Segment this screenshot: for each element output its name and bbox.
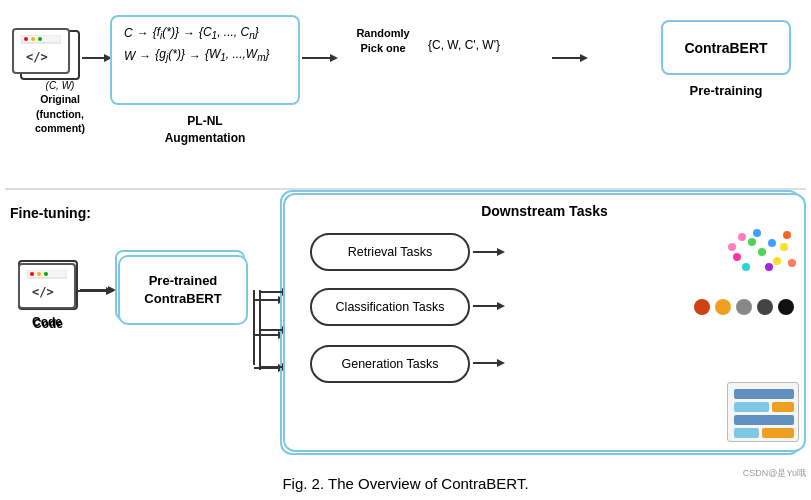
augment-row1: C → {fi(*)} → {C1, ..., Cn} xyxy=(124,25,286,41)
generation-label: Generation Tasks xyxy=(341,357,438,371)
svg-point-68 xyxy=(768,239,776,247)
svg-point-70 xyxy=(780,243,788,251)
svg-rect-84 xyxy=(762,428,794,438)
svg-point-40 xyxy=(24,37,28,41)
code-label-bottom: Code xyxy=(18,315,76,329)
augment-label: PL-NLAugmentation xyxy=(110,113,300,147)
dot-5 xyxy=(778,299,794,315)
arrow-gen xyxy=(473,355,511,371)
code-box-bottom-redraw: </> xyxy=(18,263,76,309)
svg-point-48 xyxy=(44,272,48,276)
svg-rect-79 xyxy=(734,389,794,399)
svg-point-72 xyxy=(765,263,773,271)
svg-point-65 xyxy=(748,238,756,246)
pretraining-label: Pre-training xyxy=(661,83,791,98)
arrow-set-to-contrabert xyxy=(552,50,590,66)
classification-colored-dots xyxy=(694,299,794,315)
svg-point-47 xyxy=(37,272,41,276)
dot-3 xyxy=(736,299,752,315)
figure-caption: Fig. 2. The Overview of ContraBERT. xyxy=(0,475,811,492)
generation-box: Generation Tasks xyxy=(310,345,470,383)
svg-point-62 xyxy=(728,243,736,251)
svg-point-41 xyxy=(31,37,35,41)
svg-point-71 xyxy=(783,231,791,239)
dot-2 xyxy=(715,299,731,315)
code-icon-top: </> xyxy=(21,35,61,67)
svg-point-66 xyxy=(758,248,766,256)
svg-point-74 xyxy=(788,259,796,267)
svg-point-64 xyxy=(733,253,741,261)
code-icon-bottom-svg: </> xyxy=(27,270,67,302)
augment-box: C → {fi(*)} → {C1, ..., Cn} W → {gj(*)} … xyxy=(110,15,300,105)
classification-box: Classification Tasks xyxy=(310,288,470,326)
svg-text:</>: </> xyxy=(32,285,54,299)
random-pick-label: RandomlyPick one xyxy=(338,26,428,57)
svg-rect-82 xyxy=(734,415,794,425)
svg-rect-83 xyxy=(734,428,759,438)
svg-point-67 xyxy=(753,229,761,237)
pretrained-box: Pre-trainedContraBERT xyxy=(118,255,248,325)
flowchart xyxy=(727,382,799,442)
downstream-outer-title: Downstream Tasks xyxy=(285,195,804,219)
contrabert-top-label: ContraBERT xyxy=(684,40,767,56)
code-box-top: </> xyxy=(12,28,70,74)
retrieval-label: Retrieval Tasks xyxy=(348,245,433,259)
svg-marker-5 xyxy=(580,54,588,62)
svg-point-46 xyxy=(30,272,34,276)
top-section: </> (C, W) Original(function, comment) C… xyxy=(10,10,801,185)
arrow-augment-to-random xyxy=(302,50,340,66)
arrow-class xyxy=(473,298,511,314)
augment-row2: W → {gj(*)} → {W1, ...,Wm} xyxy=(124,47,286,63)
orig-label: Original(function, comment) xyxy=(10,92,110,136)
svg-text:</>: </> xyxy=(26,50,48,64)
svg-rect-80 xyxy=(734,402,769,412)
finetuning-label: Fine-tuning: xyxy=(10,205,91,221)
retrieval-box: Retrieval Tasks xyxy=(310,233,470,271)
svg-marker-3 xyxy=(330,54,338,62)
arrow-ret xyxy=(473,244,511,260)
set-result: {C, W, C', W'} xyxy=(428,38,500,52)
pretrained-box-label: Pre-trainedContraBERT xyxy=(144,272,221,308)
svg-point-63 xyxy=(738,233,746,241)
svg-rect-81 xyxy=(772,402,794,412)
downstream-outer-box: Downstream Tasks Retrieval Tasks xyxy=(283,193,806,452)
svg-point-73 xyxy=(742,263,750,271)
scatter-retrieval xyxy=(724,225,799,277)
svg-point-69 xyxy=(773,257,781,265)
dot-4 xyxy=(757,299,773,315)
svg-marker-76 xyxy=(497,302,505,310)
main-container: </> (C, W) Original(function, comment) C… xyxy=(0,0,811,500)
svg-point-42 xyxy=(38,37,42,41)
dot-1 xyxy=(694,299,710,315)
svg-marker-78 xyxy=(497,359,505,367)
arrow-code-pretrained xyxy=(78,283,120,299)
svg-marker-52 xyxy=(106,287,114,295)
contrabert-top-box: ContraBERT xyxy=(661,20,791,75)
classification-label: Classification Tasks xyxy=(336,300,445,314)
cw-label: (C, W) xyxy=(20,80,100,91)
watermark: CSDN@是Yu哦 xyxy=(743,467,806,480)
svg-marker-61 xyxy=(497,248,505,256)
